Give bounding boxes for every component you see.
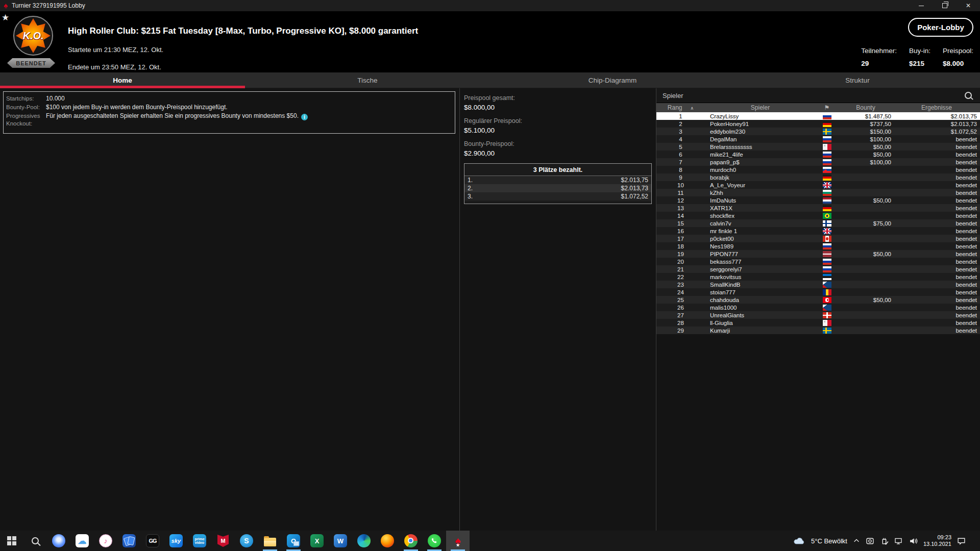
player-search-input[interactable] — [662, 91, 965, 100]
column-header-bounty[interactable]: Bounty — [838, 104, 893, 111]
taskbar-button-chrome[interactable] — [399, 531, 423, 551]
taskbar-button-whatsapp[interactable] — [423, 531, 446, 551]
column-header-spieler[interactable]: Spieler — [705, 104, 816, 111]
ko-logo: K.O. — [13, 16, 53, 56]
taskbar-button-ggpoker[interactable]: GG — [141, 531, 164, 551]
player-row[interactable]: 4DegalMan$100,00beendet — [656, 135, 980, 143]
player-row[interactable]: 11kZhhbeendet — [656, 189, 980, 196]
player-name: kZhh — [705, 190, 816, 196]
player-row[interactable]: 10A_Le_Voyeurbeendet — [656, 181, 980, 189]
player-row[interactable]: 23SmallKindBbeendet — [656, 281, 980, 288]
weather-text[interactable]: 5°C Bewölkt — [811, 537, 847, 545]
player-row[interactable]: 24stoian777beendet — [656, 288, 980, 296]
player-row[interactable]: 7papan9_p$$100,00beendet — [656, 158, 980, 166]
usb-device-icon[interactable] — [880, 537, 889, 545]
player-row[interactable]: 20bekasss777beendet — [656, 258, 980, 265]
taskbar-button-word[interactable]: W — [329, 531, 352, 551]
player-row[interactable]: 9borabjkbeendet — [656, 173, 980, 181]
taskbar-button-firefox[interactable] — [376, 531, 399, 551]
search-icon[interactable] — [965, 92, 972, 99]
player-row[interactable]: 19PIPON777$50,00beendet — [656, 250, 980, 258]
close-button[interactable]: ✕ — [957, 0, 980, 11]
taskbar-button-icloud[interactable]: ☁ — [70, 531, 94, 551]
player-row[interactable]: 15calvin7v$75,00beendet — [656, 219, 980, 227]
poker-lobby-button[interactable]: Poker-Lobby — [908, 18, 973, 37]
taskbar-button-start[interactable] — [0, 531, 23, 551]
info-icon[interactable]: i — [301, 114, 308, 120]
tab-home[interactable]: Home — [0, 72, 245, 88]
column-header-ergebnisse[interactable]: Ergebnisse — [893, 104, 980, 111]
player-row[interactable]: 17p0cket00beendet — [656, 235, 980, 242]
close-icon: ✕ — [966, 2, 971, 9]
player-result: $2.013,73 — [893, 121, 980, 127]
teams-icon[interactable] — [866, 537, 874, 545]
player-bounty: $100,00 — [838, 159, 893, 165]
taskbar-button-itunes[interactable]: ♪ — [94, 531, 117, 551]
payout-rows: 1.$2.013,752.$2.013,733.$1.072,52 — [464, 176, 651, 201]
favorite-star-icon[interactable]: ★ — [2, 12, 9, 23]
player-row[interactable]: 14shockflexbeendet — [656, 212, 980, 219]
clock-time: 09:23 — [937, 534, 951, 541]
player-flag-cell — [816, 251, 838, 257]
volume-icon[interactable] — [909, 537, 918, 545]
tab-chip-diagramm[interactable]: Chip-Diagramm — [490, 72, 735, 88]
notifications-icon[interactable] — [957, 537, 966, 545]
taskbar-button-pokerstars[interactable]: ♠★ — [446, 531, 470, 551]
info-label: Bounty-Pool: — [6, 104, 46, 111]
player-row[interactable]: 5Brelarsssssssss$50,00beendet — [656, 143, 980, 151]
info-value: $100 von jedem Buy-in werden dem Bounty-… — [46, 104, 228, 111]
taskbar-button-edge[interactable] — [352, 531, 376, 551]
player-row[interactable]: 28ll-Giugliabeendet — [656, 319, 980, 327]
taskbar-button-sky[interactable]: sky — [164, 531, 188, 551]
taskbar-button-file-explorer[interactable] — [258, 531, 282, 551]
player-row[interactable]: 21serggorelyi7beendet — [656, 265, 980, 273]
column-header-flag[interactable]: ⚑ — [816, 104, 838, 111]
player-flag-cell — [816, 205, 838, 211]
header-stat: Teilnehmer:29 — [861, 47, 897, 67]
player-result: beendet — [893, 213, 980, 219]
minimize-button[interactable] — [910, 0, 933, 11]
player-flag-cell — [816, 259, 838, 265]
player-flag-cell — [816, 121, 838, 127]
restore-button[interactable] — [933, 0, 957, 11]
weather-cloud-icon[interactable] — [793, 537, 805, 545]
player-row[interactable]: 13XATR1Xbeendet — [656, 204, 980, 212]
player-row[interactable]: 18Nes1989beendet — [656, 242, 980, 250]
player-row[interactable]: 6mike21_4life$50,00beendet — [656, 151, 980, 158]
ethernet-icon[interactable] — [894, 537, 903, 545]
player-row[interactable]: 22markovitsusbeendet — [656, 273, 980, 281]
tournament-title: High Roller Club: $215 Fat Tuesday [8-Ma… — [68, 26, 418, 36]
player-result: beendet — [893, 251, 980, 257]
player-flag-cell — [816, 152, 838, 158]
taskbar-button-signal[interactable] — [47, 531, 70, 551]
player-result: beendet — [893, 266, 980, 272]
player-row[interactable]: 29Kumarjibeendet — [656, 327, 980, 334]
player-flag-cell — [816, 320, 838, 326]
stat-label: Teilnehmer: — [861, 47, 897, 55]
player-row[interactable]: 16mr finkle 1beendet — [656, 227, 980, 235]
column-header-rang[interactable]: Rang∧ — [656, 104, 705, 111]
taskbar-button-mcafee[interactable]: M — [211, 531, 235, 551]
lobby-tabbar: HomeTischeChip-DiagrammStruktur — [0, 72, 980, 88]
taskbar-button-prime-video[interactable]: primevideo — [188, 531, 211, 551]
taskbar-button-outlook[interactable]: O — [282, 531, 305, 551]
taskbar-button-cards[interactable] — [117, 531, 141, 551]
player-row[interactable]: 2PokerHoney91$737,50$2.013,73 — [656, 120, 980, 128]
player-row[interactable]: 12ImDaNuts$50,00beendet — [656, 196, 980, 204]
player-row[interactable]: 8murdoch0beendet — [656, 166, 980, 173]
player-bounty: $150,00 — [838, 129, 893, 135]
taskbar-clock[interactable]: 09:23 13.10.2021 — [923, 534, 951, 547]
player-row[interactable]: 26malis1000beendet — [656, 304, 980, 311]
hidden-icons-chevron[interactable] — [853, 537, 860, 544]
player-row[interactable]: 27UnrealGiantsbeendet — [656, 311, 980, 319]
tab-tische[interactable]: Tische — [245, 72, 490, 88]
tab-struktur[interactable]: Struktur — [735, 72, 980, 88]
taskbar-button-skype[interactable]: S — [235, 531, 258, 551]
player-name: p0cket00 — [705, 236, 816, 242]
player-row[interactable]: 3eddybolm230$150,00$1.072,52 — [656, 128, 980, 135]
taskbar-button-excel[interactable]: X — [305, 531, 329, 551]
taskbar-button-search[interactable] — [23, 531, 47, 551]
player-row[interactable]: 1CrazyLissy$1.487,50$2.013,75 — [656, 112, 980, 120]
window-titlebar: ♠ Turnier 3279191995 Lobby ✕ — [0, 0, 980, 11]
player-row[interactable]: 25chahdouda$50,00beendet — [656, 296, 980, 304]
